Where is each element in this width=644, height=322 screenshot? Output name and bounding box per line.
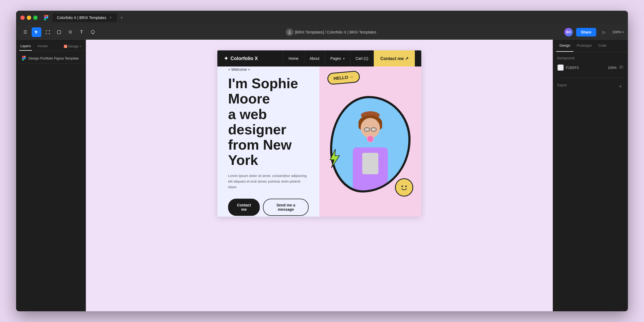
pages-text: Pages (330, 56, 341, 61)
export-label: Export (557, 83, 567, 87)
pages-chevron: ▾ (343, 57, 345, 60)
hello-badge: HELLO → (327, 72, 360, 84)
message-button[interactable]: Send me a message (263, 199, 309, 216)
svg-point-14 (91, 30, 94, 34)
design-badge[interactable]: Design ▾ (63, 42, 82, 51)
shape-icon (57, 30, 61, 34)
visibility-icon[interactable] (619, 65, 624, 70)
svg-rect-10 (46, 33, 46, 34)
layers-panel: Design Portfolio Figma Template (16, 51, 86, 311)
svg-rect-9 (46, 30, 46, 31)
active-tab[interactable]: Colorfolio X | BRIX Templates × (53, 13, 117, 22)
color-value[interactable]: F1EEF3 (566, 66, 606, 70)
hero-right: HELLO → (319, 66, 421, 217)
zoom-chevron: ▾ (622, 31, 624, 34)
person-body (353, 147, 388, 190)
traffic-lights (20, 16, 38, 20)
person-head (361, 118, 380, 138)
tab-prototype[interactable]: Prototype (573, 40, 595, 52)
frame-tool[interactable] (43, 27, 53, 37)
figma-icon (43, 14, 49, 21)
canvas-area[interactable]: ✦ Colorfolio X Home About Pages ▾ Cart (… (86, 40, 553, 311)
nav-pages-label: Pages ▾ (330, 56, 345, 61)
svg-point-20 (24, 57, 26, 59)
select-tool[interactable] (32, 27, 41, 37)
nav-contact[interactable]: Contact me ↗ (374, 50, 415, 66)
pen-tool[interactable] (65, 27, 75, 37)
figma-toolbar: ☰ (16, 25, 628, 40)
logo-star-icon: ✦ (224, 55, 228, 62)
tab-close-button[interactable]: × (108, 16, 113, 20)
nav-pages[interactable]: Pages ▾ (325, 50, 350, 66)
svg-point-22 (399, 182, 409, 193)
minimize-button[interactable] (27, 16, 31, 20)
opacity-value[interactable]: 100% (608, 66, 617, 70)
collaborator-avatar: BX (564, 28, 573, 36)
tab-code[interactable]: Code (595, 40, 610, 52)
hero-title: I'm Sophie Moore a web designer from New… (228, 76, 309, 168)
design-frame: ✦ Colorfolio X Home About Pages ▾ Cart (… (217, 50, 421, 217)
svg-rect-17 (22, 57, 24, 59)
close-button[interactable] (20, 16, 25, 20)
share-button[interactable]: Share (576, 28, 596, 36)
hero-title-line3: from New York (228, 137, 292, 168)
nav-home[interactable]: Home (283, 50, 304, 66)
background-label: Background (557, 56, 624, 60)
right-panel-content: Background F1EEF3 100% (553, 52, 628, 311)
person-figure (343, 110, 397, 190)
right-panel-tabs: Design Prototype Code (553, 40, 628, 52)
lightning-icon (327, 149, 341, 171)
section-divider (557, 78, 624, 78)
nav-cart[interactable]: Cart (1) (350, 50, 374, 66)
background-section: Background F1EEF3 100% (557, 56, 624, 72)
zoom-value: 100% (612, 30, 621, 34)
svg-rect-13 (57, 31, 61, 34)
right-panel: Design Prototype Code Background F1EEF3 … (553, 40, 628, 311)
svg-rect-12 (49, 33, 50, 34)
tab-bar: Colorfolio X | BRIX Templates × + (53, 13, 624, 22)
text-tool[interactable]: T (77, 27, 86, 37)
toolbar-center: [BRIX Templates] / Colorfolio X | BRIX T… (100, 28, 562, 36)
svg-rect-1 (44, 17, 46, 18)
hero-title-line2: a web designer (228, 106, 286, 137)
portfolio-hero: + Welcome + I'm Sophie Moore a web desig… (217, 66, 421, 217)
tab-assets[interactable]: Assets (36, 42, 49, 51)
browser-window: Colorfolio X | BRIX Templates × + ☰ (16, 11, 628, 311)
pen-icon (68, 30, 72, 34)
export-section: Export + (557, 81, 624, 92)
hero-buttons: Contact me Send me a message (228, 199, 309, 216)
smiley-svg (398, 182, 410, 193)
left-glass (364, 127, 370, 132)
contact-button[interactable]: Contact me (228, 199, 260, 216)
export-row: Export + (557, 81, 624, 92)
person-glasses (364, 127, 377, 132)
color-swatch[interactable] (557, 64, 564, 71)
menu-button[interactable]: ☰ (20, 27, 30, 37)
play-button[interactable]: ▷ (599, 27, 609, 37)
tab-layers[interactable]: Layers (19, 42, 32, 51)
portfolio-navbar: ✦ Colorfolio X Home About Pages ▾ Cart (… (217, 50, 421, 66)
maximize-button[interactable] (33, 16, 38, 20)
lightning-svg (327, 149, 341, 168)
figma-logo-small (21, 56, 26, 61)
tab-title: Colorfolio X | BRIX Templates (57, 16, 106, 20)
character-container (330, 96, 411, 193)
svg-point-26 (621, 66, 622, 68)
svg-rect-19 (24, 56, 26, 57)
hero-title-line1: I'm Sophie Moore (228, 76, 298, 106)
svg-rect-16 (22, 56, 24, 57)
zoom-control[interactable]: 100% ▾ (612, 30, 624, 34)
comment-tool[interactable] (88, 27, 98, 37)
new-tab-button[interactable]: + (118, 14, 126, 21)
layer-item[interactable]: Design Portfolio Figma Template (19, 54, 82, 62)
shape-tool[interactable] (54, 27, 64, 37)
tab-design[interactable]: Design (556, 40, 573, 52)
nav-about[interactable]: About (304, 50, 325, 66)
add-export-button[interactable]: + (617, 83, 624, 90)
nav-links: Home About Pages ▾ Cart (1) Contact me ↗ (283, 50, 415, 66)
svg-rect-2 (44, 18, 46, 20)
breadcrumb-text: [BRIX Templates] / Colorfolio X | BRIX T… (295, 30, 376, 34)
blob-inner (332, 98, 408, 190)
svg-marker-21 (330, 149, 339, 168)
breadcrumb[interactable]: [BRIX Templates] / Colorfolio X | BRIX T… (286, 28, 376, 36)
